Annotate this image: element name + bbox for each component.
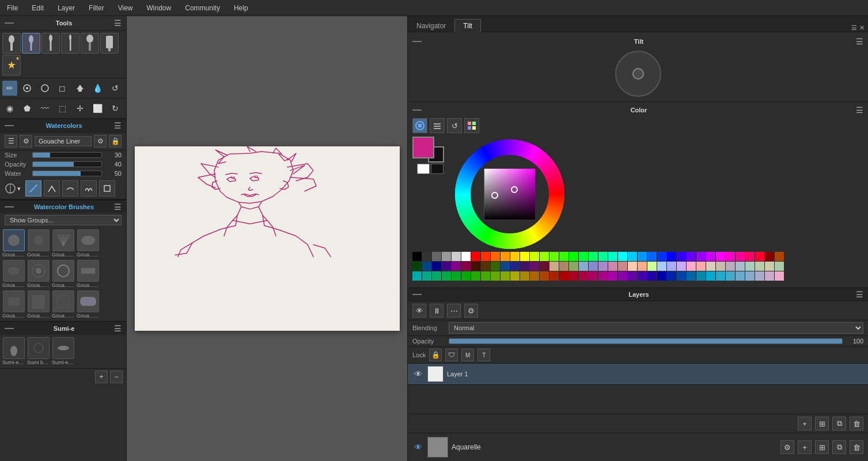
palette-color[interactable] (481, 271, 490, 281)
sumie-brush-1[interactable]: Sumi-e soft (2, 337, 25, 366)
palette-color[interactable] (452, 252, 461, 261)
tool-pen[interactable]: ✏ (2, 81, 17, 96)
palette-color[interactable] (667, 262, 676, 271)
palette-color[interactable] (647, 262, 657, 271)
tool-preset-starred[interactable]: ★ (2, 55, 21, 75)
aquarelle-settings-btn[interactable]: ⚙ (780, 440, 794, 454)
palette-color[interactable] (657, 252, 666, 261)
menu-file[interactable]: File (5, 3, 20, 13)
tool-preset-1[interactable] (2, 33, 21, 54)
palette-color[interactable] (677, 271, 686, 281)
palette-color[interactable] (491, 252, 500, 261)
palette-color[interactable] (481, 252, 490, 261)
palette-color[interactable] (569, 262, 578, 271)
tool-liquify[interactable]: 〰 (37, 101, 52, 116)
palette-color[interactable] (559, 262, 568, 271)
tool-dodge[interactable] (37, 81, 52, 96)
palette-color[interactable] (442, 252, 451, 261)
layers-line[interactable] (412, 294, 422, 295)
layer-item-1[interactable]: 👁 Layer 1 (408, 364, 868, 385)
brush-mode-regular[interactable] (25, 180, 41, 197)
sumie-brush-3[interactable]: Sumi-e ribbon (52, 337, 75, 366)
palette-color[interactable] (696, 262, 706, 271)
brush-3[interactable]: Goua... Filbert (77, 229, 100, 258)
color-menu-icon[interactable]: ☰ (856, 105, 863, 115)
palette-color[interactable] (520, 252, 529, 261)
color-wheel-canvas[interactable] (452, 137, 567, 252)
brush-mode-3[interactable] (62, 180, 78, 197)
brush-9[interactable]: Goua... Bristle (27, 290, 50, 319)
color-line[interactable] (412, 109, 422, 111)
palette-color[interactable] (736, 252, 745, 261)
palette-color[interactable] (520, 262, 529, 271)
palette-color[interactable] (726, 262, 735, 271)
palette-color[interactable] (471, 271, 480, 281)
sumie-menu-icon[interactable]: ☰ (114, 324, 122, 333)
palette-color[interactable] (501, 262, 510, 271)
palette-color[interactable] (530, 262, 539, 271)
tabs-close-icon[interactable]: ✕ (859, 24, 865, 32)
palette-color[interactable] (736, 262, 745, 271)
palette-color[interactable] (716, 262, 725, 271)
sumie-brush-2[interactable]: Sumi bristle (27, 337, 50, 366)
add-layer-btn[interactable]: + (798, 417, 812, 430)
color-sliders-btn[interactable] (430, 118, 445, 133)
palette-color[interactable] (608, 271, 617, 281)
palette-color[interactable] (422, 252, 431, 261)
palette-color[interactable] (628, 252, 637, 261)
palette-color[interactable] (452, 262, 461, 271)
opacity-slider[interactable] (32, 161, 102, 167)
tool-preset-6[interactable] (100, 33, 119, 54)
palette-color[interactable] (628, 271, 637, 281)
menu-layer[interactable]: Layer (55, 3, 77, 13)
palette-color[interactable] (608, 252, 617, 261)
sumie-collapse[interactable] (5, 328, 14, 329)
tool-eraser[interactable]: ◻ (55, 81, 70, 96)
palette-color[interactable] (422, 271, 431, 281)
palette-color[interactable] (579, 271, 588, 281)
palette-color[interactable] (618, 262, 627, 271)
show-groups-select[interactable]: Show Groups... (5, 215, 122, 225)
brushes-collapse[interactable] (5, 206, 14, 207)
palette-color[interactable] (755, 271, 764, 281)
tool-preset-4[interactable] (61, 33, 79, 54)
tilt-indicator[interactable] (615, 51, 661, 97)
palette-color[interactable] (726, 271, 735, 281)
palette-color[interactable] (491, 262, 500, 271)
tab-tilt[interactable]: Tilt (454, 19, 481, 32)
palette-color[interactable] (657, 262, 666, 271)
palette-color[interactable] (540, 271, 549, 281)
palette-color[interactable] (628, 262, 637, 271)
palette-color[interactable] (589, 271, 598, 281)
tool-select-rect[interactable]: ⬚ (55, 101, 70, 116)
layer-opacity-slider[interactable] (449, 338, 843, 344)
palette-color[interactable] (452, 271, 461, 281)
palette-color[interactable] (687, 262, 696, 271)
palette-color[interactable] (706, 252, 715, 261)
lock-m-btn[interactable]: M (461, 349, 474, 361)
palette-color[interactable] (687, 271, 696, 281)
palette-color[interactable] (461, 252, 471, 261)
palette-color[interactable] (706, 271, 715, 281)
palette-color[interactable] (598, 252, 608, 261)
menu-window[interactable]: Window (145, 3, 174, 13)
palette-color[interactable] (608, 262, 617, 271)
palette-color[interactable] (775, 271, 784, 281)
palette-color[interactable] (687, 252, 696, 261)
palette-color[interactable] (549, 262, 559, 271)
tool-preset-3[interactable] (41, 33, 60, 54)
color-wheel-btn[interactable] (412, 118, 427, 133)
tool-eyedropper[interactable]: 💧 (90, 81, 105, 96)
brush-name-label[interactable]: Gouache Liner (35, 136, 92, 146)
palette-color[interactable] (442, 271, 451, 281)
palette-color[interactable] (559, 271, 568, 281)
palette-color[interactable] (765, 271, 774, 281)
palette-color[interactable] (412, 271, 422, 281)
aquarelle-dup-btn[interactable]: ⧉ (832, 440, 846, 454)
add-brush-btn[interactable]: + (95, 371, 108, 383)
aquarelle-visibility[interactable]: 👁 (412, 441, 424, 453)
palette-color[interactable] (540, 252, 549, 261)
layers-menu-icon[interactable]: ☰ (856, 290, 863, 299)
palette-color[interactable] (755, 252, 764, 261)
menu-view[interactable]: View (116, 3, 135, 13)
